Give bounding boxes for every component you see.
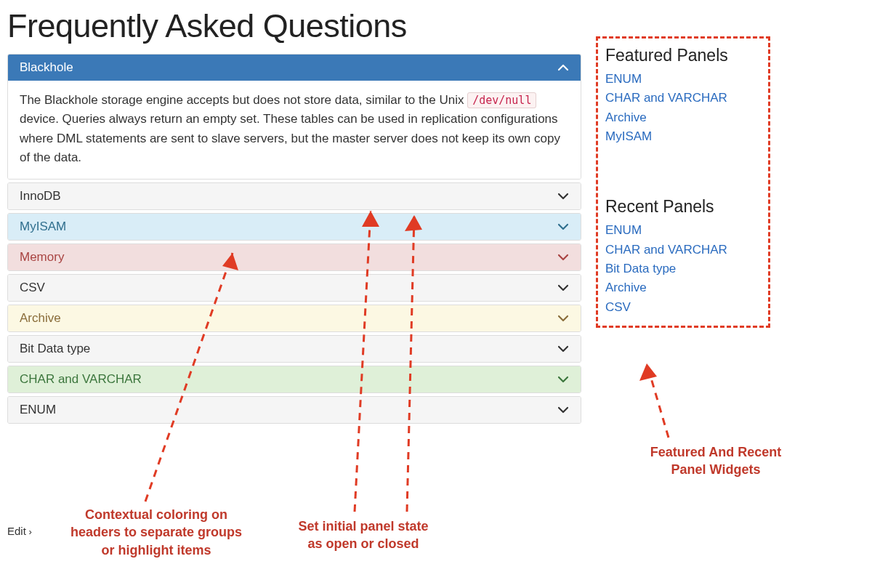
panel-header[interactable]: Archive [8, 305, 581, 331]
panel-header[interactable]: CSV [8, 275, 581, 301]
panel-char-and-varchar: CHAR and VARCHAR [7, 366, 581, 393]
panel-header[interactable]: ENUM [8, 397, 581, 423]
featured-panel-link[interactable]: MyISAM [605, 127, 761, 146]
faq-accordion: Blackhole The Blackhole storage engine a… [7, 54, 581, 424]
callout-initial-state: Set initial panel state as open or close… [269, 517, 458, 553]
chevron-down-icon [557, 313, 569, 324]
chevron-up-icon [557, 62, 569, 73]
panel-csv: CSV [7, 274, 581, 302]
chevron-right-icon: › [26, 526, 32, 537]
page-title: Frequently Asked Questions [7, 7, 581, 45]
sidebar-widgets-highlight: Featured Panels ENUMCHAR and VARCHARArch… [596, 36, 770, 328]
panel-label: MyISAM [20, 220, 66, 234]
recent-panel-link[interactable]: Archive [605, 278, 761, 297]
panel-bit-data-type: Bit Data type [7, 335, 581, 363]
recent-panels-list: ENUMCHAR and VARCHARBit Data typeArchive… [605, 221, 761, 317]
panel-myisam: MyISAM [7, 213, 581, 241]
chevron-down-icon [557, 251, 569, 263]
callout-contextual-coloring: Contextual coloring on headers to separa… [44, 506, 269, 559]
chevron-down-icon [557, 282, 569, 294]
panel-label: ENUM [20, 403, 56, 417]
edit-link[interactable]: Edit › [7, 525, 32, 537]
panel-header[interactable]: Memory [8, 244, 581, 270]
panel-label: Memory [20, 250, 64, 265]
panel-header[interactable]: Bit Data type [8, 336, 581, 362]
edit-label: Edit [7, 525, 26, 537]
panel-memory: Memory [7, 243, 581, 271]
recent-panel-link[interactable]: CHAR and VARCHAR [605, 241, 761, 259]
panel-body-blackhole: The Blackhole storage engine accepts but… [8, 81, 581, 179]
recent-panel-link[interactable]: ENUM [605, 221, 761, 240]
panel-label: Bit Data type [20, 342, 90, 356]
featured-panel-link[interactable]: Archive [605, 108, 761, 127]
chevron-down-icon [557, 343, 569, 355]
inline-code: /dev/null [467, 92, 536, 108]
panel-innodb: InnoDB [7, 182, 581, 210]
recent-panel-link[interactable]: Bit Data type [605, 259, 761, 278]
panel-enum: ENUM [7, 396, 581, 424]
featured-panels-heading: Featured Panels [605, 46, 761, 65]
panel-header[interactable]: CHAR and VARCHAR [8, 366, 581, 392]
chevron-down-icon [557, 221, 569, 233]
panel-blackhole: Blackhole The Blackhole storage engine a… [7, 54, 581, 180]
panel-text-after: device. Queries always return an empty s… [20, 112, 560, 164]
panel-label: CSV [20, 281, 45, 295]
panel-text-before: The Blackhole storage engine accepts but… [20, 93, 467, 107]
chevron-down-icon [557, 404, 569, 416]
featured-panel-link[interactable]: ENUM [605, 70, 761, 89]
chevron-down-icon [557, 190, 569, 202]
recent-panel-link[interactable]: CSV [605, 298, 761, 317]
panel-label: Blackhole [20, 60, 73, 75]
panel-label: CHAR and VARCHAR [20, 372, 142, 387]
panel-archive: Archive [7, 305, 581, 332]
featured-panels-list: ENUMCHAR and VARCHARArchiveMyISAM [605, 70, 761, 146]
panel-label: Archive [20, 311, 61, 326]
callout-panel-widgets: Featured And Recent Panel Widgets [625, 443, 807, 479]
panel-label: InnoDB [20, 189, 61, 204]
recent-panels-heading: Recent Panels [605, 197, 761, 217]
chevron-down-icon [557, 374, 569, 385]
panel-header-blackhole[interactable]: Blackhole [8, 55, 581, 81]
panel-header[interactable]: MyISAM [8, 214, 581, 240]
panel-header[interactable]: InnoDB [8, 183, 581, 209]
featured-panel-link[interactable]: CHAR and VARCHAR [605, 89, 761, 108]
